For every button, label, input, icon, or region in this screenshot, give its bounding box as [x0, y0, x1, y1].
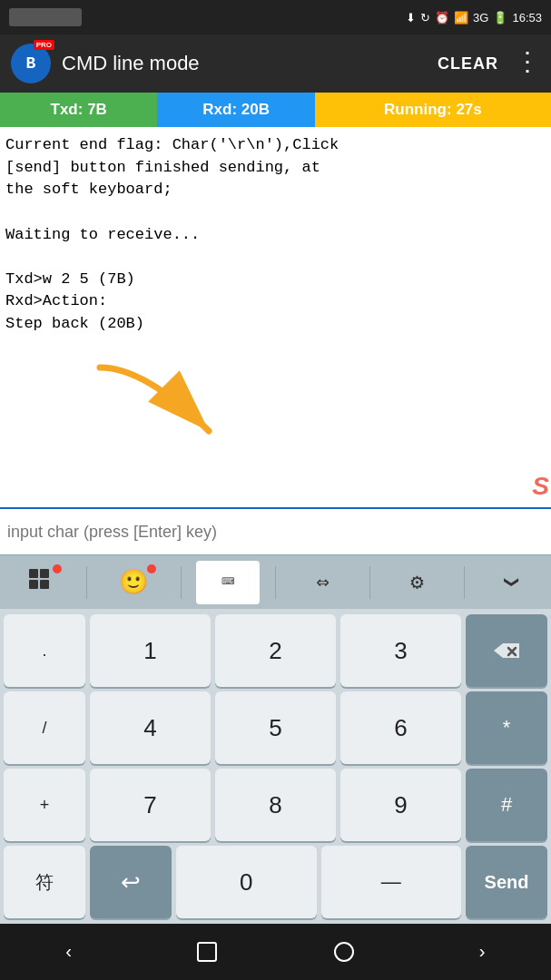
keyboard-row-2: / 4 5 6 * — [4, 691, 547, 764]
grid-badge — [53, 564, 62, 573]
back-icon: ‹ — [64, 942, 74, 963]
toolbar-divider-3 — [275, 566, 276, 599]
terminal-line-9: Step back (20B) — [5, 313, 546, 336]
app-title: CMD line mode — [62, 52, 438, 75]
nav-bar: ‹ › — [0, 924, 551, 980]
key-space[interactable]: — — [321, 846, 462, 918]
overflow-menu-icon[interactable]: ⋮ — [515, 51, 540, 76]
svg-rect-3 — [29, 580, 38, 589]
nav-home-button[interactable] — [317, 934, 371, 970]
arrow-annotation — [73, 358, 254, 457]
key-3[interactable]: 3 — [340, 614, 461, 687]
bluetooth-letter: B — [26, 54, 36, 73]
terminal-line-5: Waiting to receive... — [5, 224, 546, 247]
pro-badge: PRO — [34, 40, 54, 50]
nav-back-button[interactable]: ‹ — [42, 934, 96, 970]
keyboard-toolbar: 🙂 ⌨ ⇔ ⚙ ❯ — [0, 554, 551, 609]
collapse-tool-button[interactable]: ❯ — [480, 561, 544, 604]
app-icon: B PRO — [11, 44, 51, 83]
key-plus[interactable]: + — [4, 769, 85, 841]
terminal-output: Current end flag: Char('\r\n'),Click [se… — [0, 127, 551, 507]
nav-forward-button[interactable]: › — [455, 934, 509, 970]
toolbar-divider-2 — [181, 566, 182, 599]
settings-tool-button[interactable]: ⚙ — [386, 561, 449, 604]
terminal-line-4 — [5, 201, 546, 224]
input-row[interactable] — [0, 507, 551, 554]
keyboard-row-3: + 7 8 9 # — [4, 769, 547, 841]
key-star[interactable]: * — [466, 691, 547, 764]
wifi-icon: 📶 — [454, 11, 468, 24]
stats-bar: Txd: 7B Rxd: 20B Running: 27s — [0, 93, 551, 127]
clock: 16:53 — [512, 11, 542, 24]
keyboard-row-1: . 1 2 3 — [4, 614, 547, 687]
key-8[interactable]: 8 — [215, 769, 336, 841]
key-backspace-alt[interactable]: ↩ — [90, 846, 172, 918]
keyboard-icon: ⌨ — [221, 569, 234, 595]
recents-icon — [197, 942, 217, 962]
key-7[interactable]: 7 — [90, 769, 211, 841]
svg-rect-2 — [40, 569, 49, 578]
chevron-down-icon: ❯ — [499, 576, 524, 588]
grid-icon — [27, 567, 51, 597]
key-symbol[interactable]: 符 — [4, 846, 85, 918]
key-backspace[interactable] — [466, 614, 547, 687]
text-input[interactable] — [7, 523, 544, 542]
key-send[interactable]: Send — [466, 846, 547, 918]
keyboard-tool-button[interactable]: ⌨ — [196, 561, 260, 604]
key-dot[interactable]: . — [4, 614, 85, 687]
sync-icon: ↻ — [420, 11, 430, 24]
rxd-stat: Rxd: 20B — [157, 93, 314, 127]
keyboard: . 1 2 3 / 4 5 6 * + 7 8 9 # 符 ↩ 0 — Send — [0, 609, 551, 924]
settings-icon: ⚙ — [410, 569, 423, 595]
key-2[interactable]: 2 — [215, 614, 336, 687]
cursor-icon: ⇔ — [316, 569, 329, 595]
terminal-line-6 — [5, 246, 546, 269]
bluetooth-icon: ⬇ — [406, 11, 416, 24]
battery-icon: 🔋 — [493, 11, 507, 24]
watermark: S — [532, 468, 549, 505]
signal-icon: 3G — [473, 11, 488, 24]
clear-button[interactable]: CLEAR — [438, 54, 498, 74]
cursor-tool-button[interactable]: ⇔ — [290, 561, 354, 604]
key-6[interactable]: 6 — [340, 691, 461, 764]
grid-tool-button[interactable] — [7, 561, 71, 604]
terminal-line-7: Txd>w 2 5 (7B) — [5, 269, 546, 291]
nav-recents-button[interactable] — [180, 934, 234, 970]
toolbar-divider-5 — [464, 566, 465, 599]
key-5[interactable]: 5 — [215, 691, 336, 764]
terminal-line-2: [send] button finished sending, at — [5, 157, 546, 180]
home-icon — [334, 942, 354, 962]
svg-rect-4 — [40, 580, 49, 589]
toolbar-divider-4 — [369, 566, 370, 599]
key-1[interactable]: 1 — [90, 614, 211, 687]
key-4[interactable]: 4 — [90, 691, 211, 764]
emoji-tool-button[interactable]: 🙂 — [102, 561, 165, 604]
alarm-icon: ⏰ — [435, 11, 449, 24]
txd-stat: Txd: 7B — [0, 93, 157, 127]
terminal-line-1: Current end flag: Char('\r\n'),Click — [5, 134, 546, 157]
emoji-icon: 🙂 — [119, 568, 148, 597]
terminal-line-8: Rxd>Action: — [5, 290, 546, 313]
key-0[interactable]: 0 — [176, 846, 317, 918]
keyboard-row-4: 符 ↩ 0 — Send — [4, 846, 547, 918]
key-hash[interactable]: # — [466, 769, 547, 841]
running-stat: Running: 27s — [315, 93, 551, 127]
key-9[interactable]: 9 — [340, 769, 461, 841]
status-bar: ⬇ ↻ ⏰ 📶 3G 🔋 16:53 — [0, 0, 551, 34]
status-left — [9, 8, 82, 26]
forward-icon: › — [477, 942, 487, 963]
key-slash[interactable]: / — [4, 691, 85, 764]
svg-rect-1 — [29, 569, 38, 578]
emoji-badge — [147, 564, 156, 573]
app-bar: B PRO CMD line mode CLEAR ⋮ — [0, 34, 551, 93]
notification-icons — [9, 8, 82, 26]
toolbar-divider-1 — [86, 566, 87, 599]
status-right: ⬇ ↻ ⏰ 📶 3G 🔋 16:53 — [406, 11, 542, 24]
terminal-line-3: the soft keyboard; — [5, 179, 546, 201]
